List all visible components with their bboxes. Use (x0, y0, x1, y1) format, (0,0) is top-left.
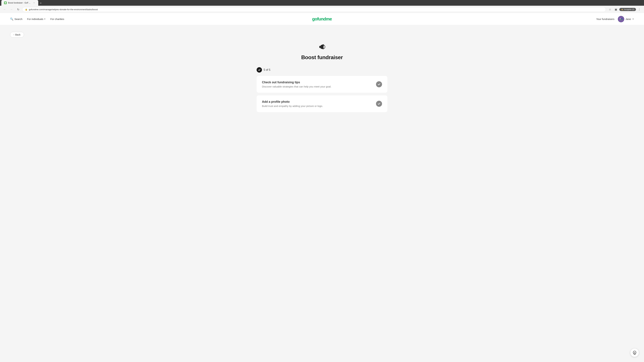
user-name-label: Jane (626, 17, 631, 20)
task-card-tips-title: Check out fundraising tips (262, 81, 373, 84)
chat-button[interactable] (630, 348, 639, 357)
task-card-photo[interactable]: Add a profile photo Build trust and empa… (256, 95, 388, 112)
for-individuals-label: For individuals (27, 17, 44, 20)
hero-icon (10, 41, 634, 52)
address-bar[interactable]: 🔒 gofundme.com/manage/wdywu-donate-for-t… (22, 7, 606, 12)
task-completed-check-0 (376, 81, 382, 87)
incognito-badge[interactable]: 🕵 Incognito (2) (619, 8, 636, 11)
browser-chrome: Boost fundraiser - GoFundMe × + ← → ↻ 🔒 … (0, 0, 644, 13)
tab-close-button[interactable]: × (32, 1, 36, 4)
address-bar-row: ← → ↻ 🔒 gofundme.com/manage/wdywu-donate… (0, 6, 644, 13)
for-charities-nav-item[interactable]: For charities (50, 17, 64, 20)
back-button-label: Back (15, 33, 20, 36)
user-menu[interactable]: Jane ▼ (618, 16, 634, 22)
progress-check-icon (256, 67, 262, 72)
task-completed-check-1 (376, 101, 382, 107)
sidebar-button[interactable]: ▣ (613, 7, 619, 12)
lock-icon: 🔒 (25, 8, 28, 10)
svg-point-6 (633, 351, 636, 354)
progress-text: 5 of 5 (264, 68, 270, 71)
task-card-tips-desc: Discover valuable strategies that can he… (262, 85, 373, 88)
active-tab[interactable]: Boost fundraiser - GoFundMe × (1, 0, 38, 6)
url-text: gofundme.com/manage/wdywu-donate-for-the… (29, 8, 603, 11)
nav-right: Your fundraisers Jane ▼ (596, 16, 634, 22)
task-card-photo-content: Add a profile photo Build trust and empa… (262, 100, 373, 107)
for-individuals-chevron-icon: ▼ (44, 18, 46, 20)
tab-favicon (4, 1, 7, 4)
back-button[interactable]: ‹ Back (10, 32, 24, 37)
hero-title: Boost fundraiser (10, 54, 634, 60)
for-individuals-nav-item[interactable]: For individuals ▼ (27, 17, 46, 20)
your-fundraisers-link[interactable]: Your fundraisers (596, 17, 614, 20)
refresh-button[interactable]: ↻ (16, 7, 21, 12)
hero-section: Boost fundraiser (10, 41, 634, 60)
new-tab-button[interactable]: + (38, 1, 43, 6)
browser-actions: ☆ ▣ 🕵 Incognito (2) ⋮ (607, 7, 642, 12)
main-content: ‹ Back (0, 25, 644, 358)
task-card-tips[interactable]: Check out fundraising tips Discover valu… (256, 76, 388, 93)
for-charities-label: For charities (50, 17, 64, 20)
nav-left: 🔍 Search For individuals ▼ For charities (10, 17, 64, 21)
task-card-photo-title: Add a profile photo (262, 100, 373, 104)
svg-point-0 (5, 2, 6, 3)
main-nav: 🔍 Search For individuals ▼ For charities… (0, 13, 644, 25)
task-card-tips-content: Check out fundraising tips Discover valu… (262, 81, 373, 88)
progress-section: 5 of 5 Check out fundraising tips Discov… (256, 67, 388, 112)
website: 🔍 Search For individuals ▼ For charities… (0, 13, 644, 358)
search-icon: 🔍 (10, 17, 14, 21)
avatar (618, 16, 624, 22)
search-nav-label: Search (14, 17, 22, 20)
search-nav-item[interactable]: 🔍 Search (10, 17, 22, 21)
tab-title: Boost fundraiser - GoFundMe (8, 2, 31, 4)
incognito-label: Incognito (2) (624, 8, 634, 10)
progress-badge: 5 of 5 (256, 67, 388, 72)
task-card-photo-desc: Build trust and empathy by adding your p… (262, 105, 373, 107)
nav-center: gofundme (312, 16, 332, 22)
gofundme-logo[interactable]: gofundme (312, 16, 332, 22)
menu-button[interactable]: ⋮ (636, 7, 642, 12)
back-chevron-icon: ‹ (14, 33, 14, 36)
bookmark-button[interactable]: ☆ (607, 7, 613, 12)
forward-nav-button[interactable]: → (9, 7, 14, 12)
back-nav-button[interactable]: ← (2, 7, 8, 12)
incognito-icon: 🕵 (621, 8, 623, 10)
tab-bar: Boost fundraiser - GoFundMe × + (0, 0, 644, 6)
svg-point-5 (620, 19, 622, 20)
user-chevron-icon: ▼ (632, 18, 634, 20)
